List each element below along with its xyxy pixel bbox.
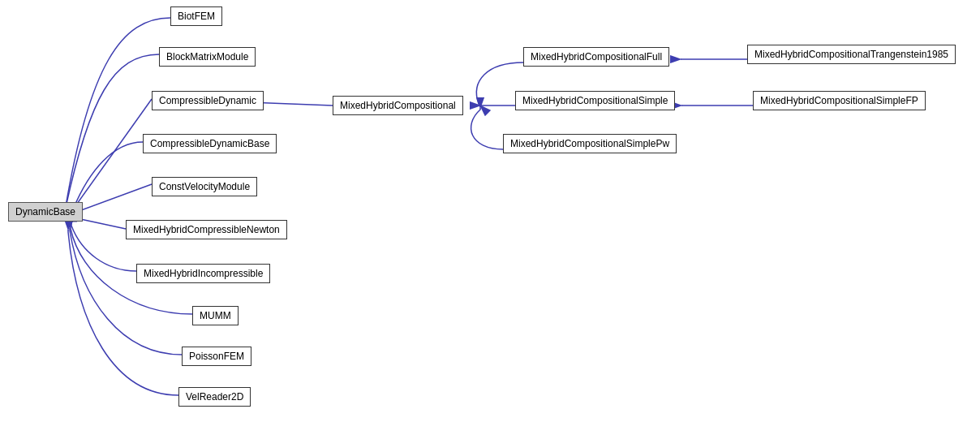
- node-mumm[interactable]: MUMM: [192, 306, 239, 325]
- node-label: MixedHybridCompositional: [340, 100, 456, 111]
- node-label: PoissonFEM: [189, 351, 244, 362]
- node-compressibledynamicbase[interactable]: CompressibleDynamicBase: [143, 134, 277, 153]
- node-label: MixedHybridIncompressible: [144, 268, 263, 279]
- node-mixedhybridcompositionalfull[interactable]: MixedHybridCompositionalFull: [523, 47, 669, 67]
- node-label: DynamicBase: [15, 206, 75, 217]
- node-mixedhybridcompressiblenewton[interactable]: MixedHybridCompressibleNewton: [126, 220, 287, 239]
- node-label: BlockMatrixModule: [166, 51, 248, 62]
- node-blockmatrixmodule[interactable]: BlockMatrixModule: [159, 47, 256, 67]
- node-poissonfem[interactable]: PoissonFEM: [182, 347, 251, 366]
- node-label: MixedHybridCompositionalFull: [531, 51, 662, 62]
- node-label: ConstVelocityModule: [159, 181, 250, 192]
- node-label: CompressibleDynamic: [159, 95, 256, 106]
- diagram-container: DynamicBase BiotFEM BlockMatrixModule Co…: [0, 0, 980, 422]
- node-dynamicbase[interactable]: DynamicBase: [8, 202, 83, 222]
- node-mixedhybridincompressible[interactable]: MixedHybridIncompressible: [136, 264, 270, 283]
- node-velreader2d[interactable]: VelReader2D: [178, 387, 251, 407]
- node-label: MixedHybridCompositionalSimplePw: [510, 138, 669, 149]
- node-label: MUMM: [200, 310, 231, 321]
- node-label: MixedHybridCompositionalSimpleFP: [760, 95, 918, 106]
- node-label: MixedHybridCompositionalTrangenstein1985: [754, 49, 948, 60]
- node-mixedhybridcompositionalsimple[interactable]: MixedHybridCompositionalSimple: [515, 91, 675, 110]
- node-mixedhybridcompositional[interactable]: MixedHybridCompositional: [333, 96, 463, 115]
- node-label: CompressibleDynamicBase: [150, 138, 269, 149]
- node-label: MixedHybridCompositionalSimple: [522, 95, 668, 106]
- node-mixedhybridcompositionalsimplepw[interactable]: MixedHybridCompositionalSimplePw: [503, 134, 677, 153]
- node-constvelocitymodule[interactable]: ConstVelocityModule: [152, 177, 257, 196]
- node-label: VelReader2D: [186, 391, 243, 403]
- node-compressibledynamic[interactable]: CompressibleDynamic: [152, 91, 264, 110]
- node-label: MixedHybridCompressibleNewton: [133, 224, 280, 235]
- node-biotfem[interactable]: BiotFEM: [170, 6, 222, 26]
- node-mixedhybridcompositionalsimplefp[interactable]: MixedHybridCompositionalSimpleFP: [753, 91, 926, 110]
- node-label: BiotFEM: [178, 11, 215, 22]
- node-mixedhybridcompositionaltrangenstein1985[interactable]: MixedHybridCompositionalTrangenstein1985: [747, 45, 956, 64]
